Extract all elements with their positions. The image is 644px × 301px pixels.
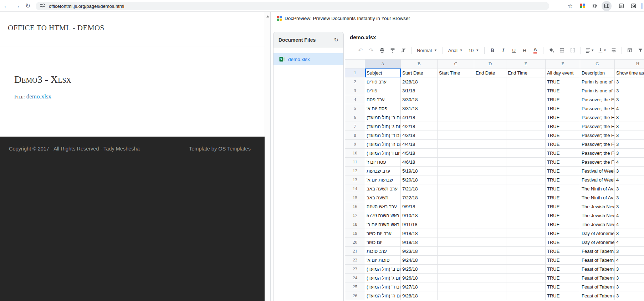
cell-E19[interactable]	[506, 229, 546, 238]
cell-A9[interactable]: יום ה' (חול המועד)	[365, 140, 401, 149]
side-panel-icon[interactable]	[602, 1, 612, 11]
cell-B11[interactable]: 4/6/18	[401, 158, 438, 167]
cell-B25[interactable]: 9/27/18	[401, 282, 438, 291]
cell-A16[interactable]: ערב ראש השנה	[365, 202, 401, 211]
cell-D17[interactable]	[474, 211, 506, 220]
cell-D16[interactable]	[474, 202, 506, 211]
cell-E7[interactable]	[506, 122, 546, 131]
cell-H20[interactable]: 4	[615, 238, 644, 247]
cell-G13[interactable]: Festival of Week	[580, 175, 615, 184]
row-header-6[interactable]: 6	[345, 113, 365, 122]
cell-E13[interactable]	[506, 175, 546, 184]
cell-F22[interactable]: TRUE	[546, 256, 580, 265]
cell-H22[interactable]: 4	[615, 256, 644, 265]
cell-F25[interactable]: TRUE	[546, 282, 580, 291]
cell-A15[interactable]: תשעה באב	[365, 193, 401, 202]
cell-D11[interactable]	[474, 158, 506, 167]
cell-H15[interactable]: 3	[615, 193, 644, 202]
cell-H16[interactable]: 3	[615, 202, 644, 211]
cell-C26[interactable]	[438, 291, 474, 300]
horizontal-align-icon[interactable]: ▼	[584, 46, 595, 55]
cell-C8[interactable]	[438, 131, 474, 140]
column-header-C[interactable]: C	[438, 59, 474, 68]
extensions-puzzle-icon[interactable]	[589, 1, 599, 11]
insert-table-icon[interactable]	[625, 46, 634, 55]
cell-G19[interactable]: Day of Atoneme	[580, 229, 615, 238]
cell-A11[interactable]: פסח יום ז'	[365, 158, 401, 167]
corner-cell[interactable]	[345, 59, 365, 68]
cell-D24[interactable]	[474, 274, 506, 282]
cell-G21[interactable]: Feast of Taberna	[580, 247, 615, 256]
bookmark-star-icon[interactable]: ☆	[565, 1, 575, 11]
cell-F24[interactable]: TRUE	[546, 274, 580, 282]
cell-E1[interactable]: End Time	[506, 68, 546, 77]
cell-E11[interactable]	[506, 158, 546, 167]
cell-F8[interactable]: TRUE	[546, 131, 580, 140]
cell-F6[interactable]: TRUE	[546, 113, 580, 122]
cell-G24[interactable]: Feast of Taberna	[580, 274, 615, 282]
row-header-25[interactable]: 25	[345, 282, 365, 291]
borders-icon[interactable]	[557, 46, 567, 55]
column-header-B[interactable]: B	[401, 59, 438, 68]
cell-B26[interactable]: 9/28/18	[401, 291, 438, 300]
cell-A5[interactable]: פסח יום א'	[365, 104, 401, 113]
demo-file-link[interactable]: demo.xlsx	[26, 93, 51, 100]
cell-B18[interactable]: 9/11/18	[401, 220, 438, 229]
row-header-11[interactable]: 11	[345, 158, 365, 167]
cell-H2[interactable]: 3	[615, 77, 644, 86]
back-icon[interactable]: ←	[1, 0, 11, 12]
cell-D6[interactable]	[474, 113, 506, 122]
url-bar[interactable]: officetohtml.js.org/pages/demos.html	[36, 2, 549, 10]
cell-B1[interactable]: Start Date	[401, 68, 438, 77]
cell-F1[interactable]: All day event	[546, 68, 580, 77]
cell-F19[interactable]: TRUE	[546, 229, 580, 238]
cell-E10[interactable]	[506, 149, 546, 158]
cell-F15[interactable]: TRUE	[546, 193, 580, 202]
cell-A20[interactable]: יום כפור	[365, 238, 401, 247]
cell-D26[interactable]	[474, 291, 506, 300]
row-header-2[interactable]: 2	[345, 77, 365, 86]
page-scrollbar[interactable]	[265, 12, 270, 301]
italic-button[interactable]: I	[499, 46, 508, 55]
cell-F9[interactable]: TRUE	[546, 140, 580, 149]
cell-G9[interactable]: Passover; the Fe	[580, 140, 615, 149]
cell-C19[interactable]	[438, 229, 474, 238]
cell-G26[interactable]: Feast of Taberna	[580, 291, 615, 300]
cell-H3[interactable]: 3	[615, 86, 644, 95]
cell-C25[interactable]	[438, 282, 474, 291]
cell-F2[interactable]: TRUE	[546, 77, 580, 86]
cell-C15[interactable]	[438, 193, 474, 202]
redo-icon[interactable]: ↷	[367, 46, 376, 55]
font-size-dropdown[interactable]: 10▼	[466, 46, 481, 55]
forward-icon[interactable]: →	[12, 0, 22, 12]
cell-H10[interactable]: 3	[615, 149, 644, 158]
cell-D2[interactable]	[474, 77, 506, 86]
cell-D5[interactable]	[474, 104, 506, 113]
cell-G11[interactable]: Passover; the Fe	[580, 158, 615, 167]
cell-D4[interactable]	[474, 95, 506, 104]
cell-H12[interactable]: 3	[615, 167, 644, 175]
cell-C6[interactable]	[438, 113, 474, 122]
cell-D14[interactable]	[474, 184, 506, 193]
scroll-up-arrow[interactable]	[266, 15, 269, 17]
paint-format-icon[interactable]	[388, 46, 397, 55]
cell-D21[interactable]	[474, 247, 506, 256]
cell-E5[interactable]	[506, 104, 546, 113]
cell-D18[interactable]	[474, 220, 506, 229]
row-header-3[interactable]: 3	[345, 86, 365, 95]
cell-C3[interactable]	[438, 86, 474, 95]
cell-B10[interactable]: 4/5/18	[401, 149, 438, 158]
cell-H18[interactable]: 4	[615, 220, 644, 229]
cell-H6[interactable]: 3	[615, 113, 644, 122]
cell-H25[interactable]: 3	[615, 282, 644, 291]
cell-D8[interactable]	[474, 131, 506, 140]
cell-A1[interactable]: Subject	[365, 68, 401, 77]
cell-F13[interactable]: TRUE	[546, 175, 580, 184]
search-panel-icon[interactable]	[628, 1, 638, 11]
cell-C11[interactable]	[438, 158, 474, 167]
cell-H26[interactable]: 3	[615, 291, 644, 300]
file-item-demo-xlsx[interactable]: X demo.xlsx	[274, 53, 343, 65]
refresh-icon[interactable]: ↻	[334, 37, 338, 43]
cell-E8[interactable]	[506, 131, 546, 140]
row-header-18[interactable]: 18	[345, 220, 365, 229]
